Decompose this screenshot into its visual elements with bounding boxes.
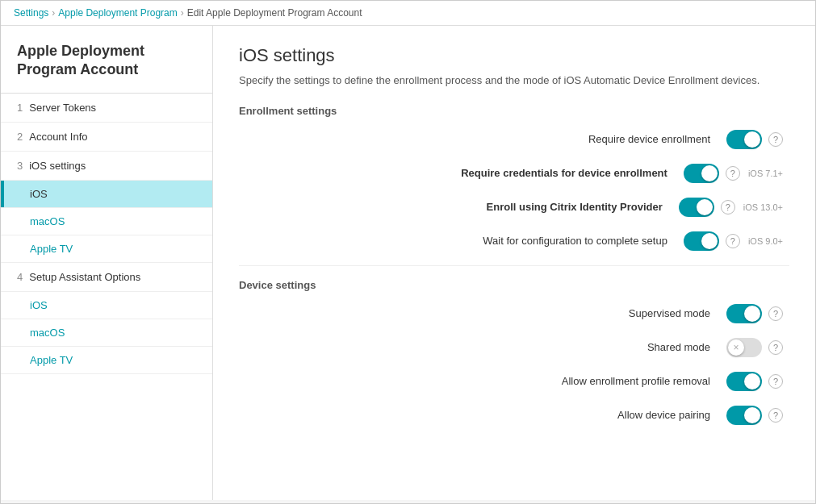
help-icon-wait-config[interactable]: ? [726, 234, 740, 248]
help-icon-citrix-idp[interactable]: ? [721, 200, 735, 215]
toggle-knob [728, 339, 744, 356]
breadcrumb-adp[interactable]: Apple Deployment Program [58, 7, 177, 19]
page-description: Specify the settings to define the enrol… [239, 73, 789, 89]
help-icon-require-credentials[interactable]: ? [726, 166, 740, 181]
toggle-supervised[interactable] [726, 304, 762, 323]
sidebar-sub-setup-macos[interactable]: macOS [1, 319, 212, 347]
sidebar-item-setup-assistant[interactable]: 4 Setup Assistant Options [1, 263, 212, 292]
sidebar-sub-macos[interactable]: macOS [1, 208, 212, 235]
help-icon-enrollment-removal[interactable]: ? [768, 374, 783, 389]
setting-label-require-enrollment: Require device enrollment [484, 133, 710, 145]
help-icon-supervised[interactable]: ? [768, 306, 783, 321]
toggle-citrix-idp[interactable] [679, 198, 714, 217]
toggle-require-enrollment[interactable] [726, 130, 762, 149]
sidebar-sub-appletv[interactable]: Apple TV [1, 235, 212, 263]
toggle-knob [701, 165, 718, 181]
setting-label-wait-config: Wait for configuration to complete setup [441, 235, 667, 247]
version-ios71: iOS 7.1+ [748, 169, 783, 178]
breadcrumb-current: Edit Apple Deployment Program Account [187, 7, 362, 19]
version-ios90: iOS 9.0+ [748, 236, 783, 246]
page-title: iOS settings [239, 45, 789, 66]
setting-label-shared: Shared mode [484, 341, 710, 353]
toggle-wait-config[interactable] [684, 231, 719, 251]
device-section-label: Device settings [239, 279, 789, 291]
sidebar-title: Apple Deployment Program Account [1, 26, 212, 94]
setting-shared: Shared mode ? [239, 338, 789, 357]
setting-label-supervised: Supervised mode [484, 307, 710, 319]
setting-wait-config: Wait for configuration to complete setup… [239, 231, 789, 251]
setting-label-require-credentials: Require credentials for device enrollmen… [441, 167, 667, 179]
setting-label-device-pairing: Allow device pairing [484, 409, 710, 421]
section-divider [239, 265, 789, 266]
sidebar-sub-setup-ios[interactable]: iOS [1, 292, 212, 319]
setting-enrollment-removal: Allow enrollment profile removal ? [239, 372, 789, 391]
sidebar-item-account-info[interactable]: 2 Account Info [1, 123, 212, 152]
toggle-knob [744, 373, 760, 389]
sidebar: Apple Deployment Program Account 1 Serve… [1, 26, 213, 500]
toggle-knob [744, 131, 760, 148]
sidebar-item-server-tokens[interactable]: 1 Server Tokens [1, 94, 212, 123]
main-layout: Apple Deployment Program Account 1 Serve… [1, 26, 815, 500]
main-content: iOS settings Specify the settings to def… [213, 26, 815, 500]
help-icon-device-pairing[interactable]: ? [768, 408, 783, 423]
version-ios130: iOS 13.0+ [743, 202, 783, 212]
toggle-knob [744, 306, 760, 322]
sidebar-sub-setup-appletv[interactable]: Apple TV [1, 347, 212, 374]
toggle-shared[interactable] [726, 338, 762, 357]
breadcrumb-settings[interactable]: Settings [14, 7, 48, 19]
toggle-enrollment-removal[interactable] [726, 372, 762, 391]
setting-require-credentials: Require credentials for device enrollmen… [239, 164, 789, 183]
help-icon-shared[interactable]: ? [768, 340, 783, 355]
toggle-knob [697, 199, 713, 215]
sidebar-item-ios-settings[interactable]: 3 iOS settings [1, 152, 212, 181]
setting-require-enrollment: Require device enrollment ? [239, 130, 789, 149]
enrollment-section-label: Enrollment settings [239, 105, 789, 117]
setting-label-enrollment-removal: Allow enrollment profile removal [484, 375, 710, 387]
sidebar-sub-ios[interactable]: iOS [1, 181, 212, 208]
toggle-knob [701, 233, 718, 249]
setting-citrix-idp: Enroll using Citrix Identity Provider ? … [239, 198, 789, 217]
help-icon-require-enrollment[interactable]: ? [768, 132, 783, 147]
setting-supervised: Supervised mode ? [239, 304, 789, 323]
setting-device-pairing: Allow device pairing ? [239, 406, 789, 425]
toggle-knob [744, 407, 760, 423]
setting-label-citrix-idp: Enroll using Citrix Identity Provider [437, 201, 663, 213]
toggle-require-credentials[interactable] [684, 164, 719, 183]
toggle-device-pairing[interactable] [726, 406, 762, 425]
breadcrumb: Settings › Apple Deployment Program › Ed… [1, 1, 815, 26]
